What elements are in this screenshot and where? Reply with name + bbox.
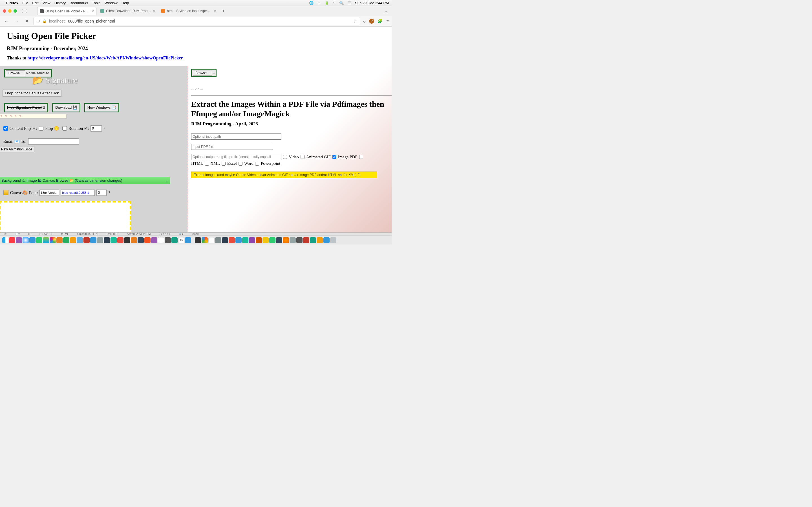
language-label[interactable]: HTML [61,232,69,235]
lock-icon[interactable]: 🔒 [42,19,47,23]
close-icon[interactable]: × [153,9,155,13]
bookmark-star-icon[interactable]: ☆ [354,19,357,23]
app-icon[interactable] [249,237,255,243]
account-icon[interactable]: R [369,18,374,24]
flop-checkbox[interactable] [39,126,43,131]
menu-tools[interactable]: Tools [92,1,100,5]
menu-help[interactable]: Help [121,1,129,5]
html-checkbox-trailing[interactable] [359,155,363,159]
extract-images-button[interactable]: Extract Images (and maybe Create Video a… [191,172,377,178]
podcasts-icon[interactable] [16,237,22,243]
app-icon[interactable] [117,237,123,243]
new-tab-button[interactable]: + [220,8,227,13]
menu-view[interactable]: View [43,1,50,5]
app-icon[interactable] [310,237,316,243]
email-input[interactable] [28,138,79,145]
numbers-icon[interactable] [63,237,69,243]
close-window[interactable] [3,9,6,13]
appstore-icon[interactable] [90,237,96,243]
menu-bookmarks[interactable]: Bookmarks [70,1,88,5]
hamburger-menu-icon[interactable]: ≡ [386,18,389,24]
app-icon[interactable] [97,237,103,243]
app-icon[interactable] [215,237,221,243]
menu-edit[interactable]: Edit [32,1,38,5]
tab-1[interactable]: Using Open File Picker - RJM Pr × [37,7,96,15]
app-icon[interactable] [165,237,171,243]
new-windows-button[interactable]: New Windows 📑 [84,103,119,112]
app-icon[interactable] [104,237,110,243]
plus-icon[interactable]: +▾ [3,232,6,235]
app-icon[interactable] [131,237,137,243]
wifi-icon[interactable]: ⌔ [333,1,335,5]
safari-icon[interactable] [22,237,29,243]
forward-button[interactable]: → [13,17,20,25]
swatch-icon[interactable] [3,190,8,195]
calendar-icon[interactable]: 29 [178,237,185,243]
download-button[interactable]: Download 💾 [52,103,80,112]
thanks-link[interactable]: https://developer.mozilla.org/en-US/docs… [28,55,183,60]
app-icon[interactable] [208,237,214,243]
pocket-icon[interactable]: ⌵ [363,18,366,24]
firefox-icon[interactable] [283,237,289,243]
stop-button[interactable]: ✕ [23,17,31,25]
browse-button[interactable]: Browse... [6,70,25,76]
dropzone-button[interactable]: Drop Zone for Canvas After Click [3,90,61,97]
zoom-label[interactable]: 100% [192,232,199,235]
app-icon[interactable] [317,237,323,243]
finder-icon[interactable] [2,237,8,243]
app-icon[interactable] [262,237,269,243]
shield-icon[interactable]: 🛡 [36,19,40,23]
video-checkbox[interactable] [283,155,287,159]
word-checkbox[interactable] [239,162,243,166]
app-icon[interactable] [229,237,235,243]
app-icon[interactable] [138,237,144,243]
trash-icon[interactable] [330,237,336,243]
clock[interactable]: Sun 29 Dec 2:44 PM [355,1,389,5]
app-icon[interactable] [290,237,296,243]
tab-3[interactable]: html - Styling an input type="fil × [159,7,218,15]
app-icon[interactable] [242,237,248,243]
folder-icon[interactable] [77,237,83,243]
photos-icon[interactable] [50,237,56,243]
control-center-icon[interactable]: ☰ [348,1,351,5]
browse-button-right[interactable]: Browse... [193,70,212,76]
app-icon[interactable] [269,237,275,243]
play-icon[interactable]: ⊙ [317,1,320,5]
url-bar[interactable]: 🛡 🔒 localhost:8888/file_open_picker.html… [33,17,360,25]
background-select[interactable]: Background 🗂 Image 🖼 Canvas Browse 📂 (Ca… [0,177,170,184]
canvas-dropzone[interactable] [0,201,132,232]
filezilla-icon[interactable] [84,237,90,243]
chrome-icon[interactable] [202,237,208,243]
minimize-window[interactable] [8,9,11,13]
app-icon[interactable] [303,237,309,243]
back-button[interactable]: ← [3,17,10,25]
app-icon[interactable] [124,237,130,243]
eol-label[interactable]: Unix (LF) [107,232,118,235]
font-color-input[interactable] [61,189,95,196]
font-rotation-input[interactable] [96,189,107,196]
xml-checkbox[interactable] [205,162,209,166]
tab-overflow-icon[interactable]: ⌄ [384,9,388,13]
new-animation-slide-button[interactable]: New Animation Slide [0,146,35,152]
spotlight-icon[interactable]: 🔍 [339,1,344,5]
app-icon[interactable] [171,237,177,243]
app-icon[interactable] [185,237,191,243]
app-icon[interactable] [323,237,329,243]
maps-icon[interactable] [43,237,49,243]
app-icon[interactable] [276,237,282,243]
close-icon[interactable]: × [92,9,94,13]
font-input[interactable] [40,189,59,196]
input-path-field[interactable] [191,133,282,140]
excel-checkbox[interactable] [221,162,225,166]
menu-history[interactable]: History [54,1,66,5]
rotation-input[interactable] [91,125,102,131]
zoom-window[interactable] [13,9,17,13]
app-icon[interactable] [158,237,164,243]
sidebar-toggle-icon[interactable] [22,9,27,13]
app-icon[interactable] [296,237,303,243]
messages-icon[interactable] [36,237,42,243]
menu-file[interactable]: File [22,1,28,5]
clock-icon[interactable]: 🕑▾ [15,232,20,235]
close-icon[interactable]: × [214,9,216,13]
battery-icon[interactable]: 🔋 [324,1,329,5]
